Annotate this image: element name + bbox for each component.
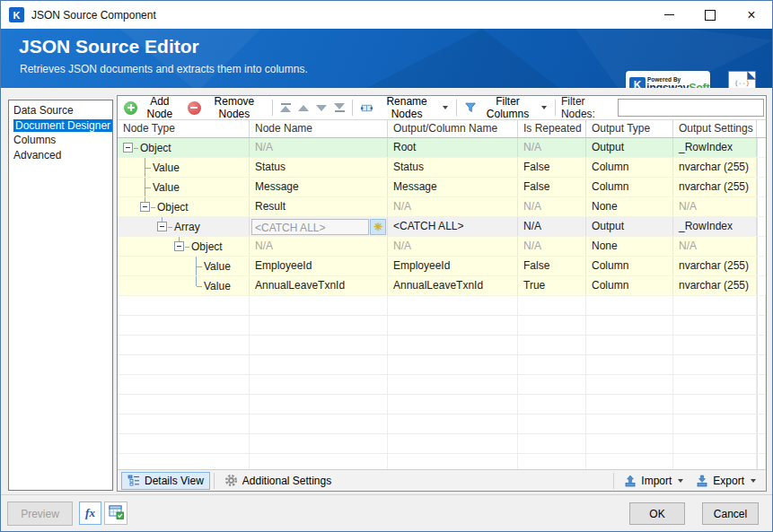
add-node-button[interactable]: Add Node bbox=[119, 93, 183, 122]
empty-cell bbox=[518, 375, 586, 394]
cell-output-type[interactable]: None bbox=[586, 197, 673, 216]
cell-is-repeated[interactable]: True bbox=[518, 276, 586, 295]
empty-cell bbox=[388, 434, 518, 453]
empty-cell bbox=[118, 454, 250, 469]
column-header[interactable]: Output/Column Name bbox=[388, 120, 518, 137]
column-header[interactable]: Node Name bbox=[250, 120, 388, 137]
sidebar-item-columns[interactable]: Columns bbox=[13, 133, 112, 148]
close-icon[interactable] bbox=[731, 1, 772, 29]
move-down-button[interactable] bbox=[312, 102, 330, 114]
cell-is-repeated[interactable]: False bbox=[518, 257, 586, 275]
tree-indent bbox=[123, 158, 140, 177]
cell-output-column-name[interactable]: N/A bbox=[388, 197, 518, 216]
cell-node-type[interactable]: Array bbox=[118, 217, 250, 236]
cell-node-name[interactable]: Message bbox=[250, 178, 388, 196]
node-name-editor[interactable]: <CATCH ALL> bbox=[251, 219, 369, 235]
cell-is-repeated[interactable]: False bbox=[518, 178, 586, 196]
cell-output-column-name[interactable]: AnnualLeaveTxnId bbox=[388, 276, 518, 295]
details-view-tab[interactable]: Details View bbox=[121, 472, 210, 490]
minimize-icon[interactable] bbox=[648, 1, 690, 29]
table-row[interactable]: ValueEmployeeIdEmployeeIdFalseColumnnvar… bbox=[118, 257, 766, 276]
column-header[interactable]: Is Repeated bbox=[518, 120, 586, 137]
remove-nodes-button[interactable]: Remove Nodes bbox=[183, 93, 268, 122]
filter-nodes-input[interactable] bbox=[618, 99, 764, 117]
collapse-box-icon[interactable] bbox=[123, 143, 133, 153]
cell-output-type[interactable]: Column bbox=[586, 158, 673, 177]
sidebar-item-data-source[interactable]: Data Source bbox=[13, 103, 112, 118]
maximize-icon[interactable] bbox=[690, 1, 731, 29]
cell-node-name[interactable]: EmployeeId bbox=[250, 257, 388, 275]
table-row[interactable]: ObjectN/AN/AN/ANoneN/A bbox=[118, 237, 766, 257]
catch-all-star-icon[interactable] bbox=[370, 219, 386, 235]
column-header[interactable]: Output Type bbox=[586, 120, 673, 137]
preview-button[interactable]: Preview bbox=[7, 501, 73, 526]
table-row[interactable]: ValueStatusStatusFalseColumnnvarchar (25… bbox=[118, 158, 766, 178]
cell-output-column-name[interactable]: Root bbox=[388, 138, 518, 157]
cell-is-repeated[interactable]: N/A bbox=[518, 138, 586, 157]
cell-output-column-name[interactable]: <CATCH ALL> bbox=[388, 217, 518, 236]
cell-output-settings[interactable]: nvarchar (255) bbox=[673, 276, 757, 295]
table-row[interactable]: ObjectResultN/AN/ANoneN/A bbox=[118, 197, 766, 217]
empty-cell bbox=[250, 434, 388, 453]
empty-row bbox=[118, 414, 766, 434]
cell-output-type[interactable]: Column bbox=[586, 257, 673, 275]
table-row[interactable]: ObjectN/ARootN/AOutput_RowIndex bbox=[118, 138, 766, 158]
import-button[interactable]: Import bbox=[618, 472, 690, 490]
cell-output-settings[interactable]: N/A bbox=[673, 197, 757, 216]
cell-output-column-name[interactable]: Message bbox=[388, 178, 518, 196]
table-row[interactable]: ValueMessageMessageFalseColumnnvarchar (… bbox=[118, 178, 766, 197]
sidebar-item-advanced[interactable]: Advanced bbox=[13, 148, 112, 163]
cell-output-settings[interactable]: nvarchar (255) bbox=[673, 178, 757, 196]
expression-fx-button[interactable]: fx bbox=[79, 501, 101, 525]
cell-node-type[interactable]: Object bbox=[118, 197, 250, 216]
cell-output-settings[interactable]: nvarchar (255) bbox=[673, 257, 757, 275]
cell-node-name[interactable]: <CATCH ALL> bbox=[250, 217, 388, 236]
cell-node-type[interactable]: Value bbox=[118, 178, 250, 196]
cell-output-column-name[interactable]: Status bbox=[388, 158, 518, 177]
cell-node-name[interactable]: Status bbox=[250, 158, 388, 177]
cell-node-name[interactable]: N/A bbox=[250, 237, 388, 256]
move-to-top-button[interactable] bbox=[277, 100, 294, 115]
cell-output-type[interactable]: Column bbox=[586, 178, 673, 196]
cell-output-column-name[interactable]: EmployeeId bbox=[388, 257, 518, 275]
cell-output-type[interactable]: Column bbox=[586, 276, 673, 295]
column-header[interactable]: Node Type bbox=[118, 120, 250, 137]
export-button[interactable]: Export bbox=[690, 472, 762, 490]
rename-nodes-button[interactable]: Rename Nodes bbox=[356, 93, 452, 122]
cell-output-type[interactable]: Output bbox=[586, 138, 673, 157]
move-to-bottom-button[interactable] bbox=[330, 100, 348, 115]
cell-output-type[interactable]: None bbox=[586, 237, 673, 256]
cell-output-settings[interactable]: N/A bbox=[673, 237, 757, 256]
cell-node-type[interactable]: Value bbox=[118, 158, 250, 177]
ok-button[interactable]: OK bbox=[629, 502, 685, 525]
cell-node-name[interactable]: Result bbox=[250, 197, 388, 216]
cell-is-repeated[interactable]: N/A bbox=[518, 197, 586, 216]
cell-output-settings[interactable]: _RowIndex bbox=[673, 138, 757, 157]
cell-node-type[interactable]: Value bbox=[118, 257, 250, 275]
cell-node-type[interactable]: Object bbox=[118, 138, 250, 157]
table-row[interactable]: Array<CATCH ALL><CATCH ALL>N/AOutput_Row… bbox=[118, 217, 766, 237]
collapse-box-icon[interactable] bbox=[174, 241, 184, 251]
table-row[interactable]: ValueAnnualLeaveTxnIdAnnualLeaveTxnIdTru… bbox=[118, 276, 766, 296]
cancel-button[interactable]: Cancel bbox=[702, 502, 759, 525]
cell-node-name[interactable]: N/A bbox=[250, 138, 388, 157]
move-up-button[interactable] bbox=[294, 102, 312, 114]
filter-columns-button[interactable]: Filter Columns bbox=[461, 93, 551, 122]
cell-output-settings[interactable]: nvarchar (255) bbox=[673, 158, 757, 177]
cell-is-repeated[interactable]: N/A bbox=[518, 237, 586, 256]
cell-output-column-name[interactable]: N/A bbox=[388, 237, 518, 256]
cell-output-settings[interactable]: _RowIndex bbox=[673, 217, 757, 236]
node-tree-grid: ObjectN/ARootN/AOutput_RowIndexValueStat… bbox=[118, 138, 766, 469]
collapse-box-icon[interactable] bbox=[140, 202, 150, 212]
cell-is-repeated[interactable]: N/A bbox=[518, 217, 586, 236]
column-header[interactable]: Output Settings bbox=[673, 120, 757, 137]
column-mapping-button[interactable] bbox=[104, 501, 127, 525]
collapse-box-icon[interactable] bbox=[157, 222, 167, 231]
cell-node-name[interactable]: AnnualLeaveTxnId bbox=[250, 276, 388, 295]
cell-is-repeated[interactable]: False bbox=[518, 158, 586, 177]
additional-settings-tab[interactable]: Additional Settings bbox=[218, 471, 338, 490]
cell-node-type[interactable]: Object bbox=[118, 237, 250, 256]
sidebar-item-document-designer[interactable]: Document Designer bbox=[13, 118, 112, 134]
cell-output-type[interactable]: Output bbox=[586, 217, 673, 236]
cell-node-type[interactable]: Value bbox=[118, 276, 250, 295]
